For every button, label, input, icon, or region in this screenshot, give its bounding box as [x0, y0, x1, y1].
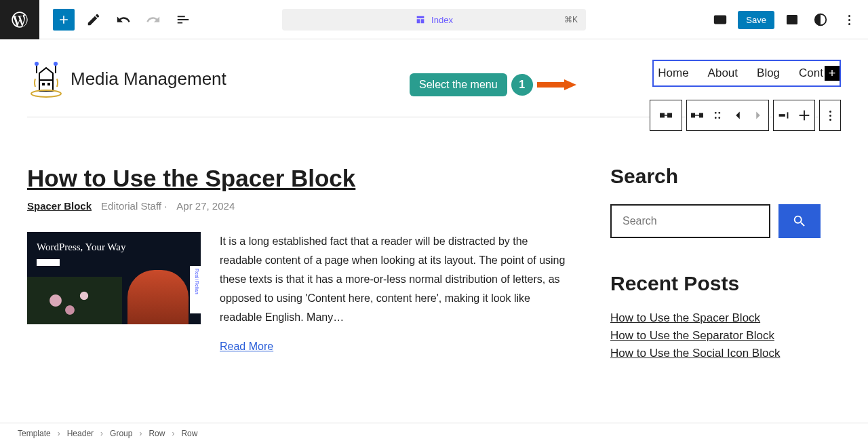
- svg-rect-11: [692, 113, 695, 117]
- breadcrumb-item[interactable]: Template: [18, 429, 51, 438]
- move-left-button[interactable]: [728, 100, 748, 131]
- template-name: Index: [431, 15, 453, 25]
- search-widget-title: Search: [610, 165, 821, 188]
- thumb-cta: [37, 259, 60, 266]
- post-body: WordPress, Your Way Reali Relian It is a…: [27, 232, 570, 353]
- svg-point-4: [35, 62, 39, 66]
- post-excerpt: It is a long established fact that a rea…: [220, 232, 570, 327]
- nav-item-about[interactable]: About: [704, 64, 753, 83]
- sidebar-column: Search Recent Posts How to Use the Space…: [610, 165, 821, 364]
- svg-rect-0: [715, 16, 726, 24]
- annotation: Select the menu 1: [410, 73, 578, 96]
- options-button[interactable]: [838, 9, 860, 31]
- wordpress-logo[interactable]: [0, 0, 39, 39]
- svg-rect-8: [47, 83, 50, 85]
- thumb-heading: WordPress, Your Way: [37, 242, 125, 253]
- svg-rect-18: [787, 112, 789, 118]
- post-author: Editorial Staff ·: [101, 200, 167, 212]
- add-block-button[interactable]: [53, 9, 75, 31]
- chevron-right-icon: ›: [172, 429, 174, 438]
- block-breadcrumb: Template › Header › Group › Row › Row: [0, 423, 868, 443]
- site-title[interactable]: Media Management: [71, 69, 226, 90]
- annotation-number: 1: [511, 74, 533, 96]
- editor-tools-right: Save: [709, 9, 860, 31]
- svg-point-14: [718, 112, 720, 114]
- justify-button[interactable]: [774, 100, 794, 131]
- editor-tools-left: [53, 9, 194, 31]
- view-button[interactable]: [709, 9, 731, 31]
- post-text: It is a long established fact that a rea…: [220, 232, 570, 353]
- block-toolbar: [650, 100, 841, 131]
- list-view-button[interactable]: [172, 9, 194, 31]
- post-thumbnail[interactable]: WordPress, Your Way Reali Relian: [27, 232, 201, 324]
- edit-tool-button[interactable]: [83, 9, 104, 31]
- svg-rect-1: [787, 16, 797, 24]
- navigation-menu[interactable]: Home About Blog Cont +: [652, 60, 841, 87]
- read-more-link[interactable]: Read More: [220, 341, 273, 353]
- move-right-button[interactable]: [748, 100, 768, 131]
- nav-add-button[interactable]: +: [825, 66, 840, 81]
- svg-point-5: [54, 62, 58, 66]
- undo-button[interactable]: [113, 9, 134, 31]
- shortcut-hint: ⌘K: [564, 15, 578, 24]
- svg-point-16: [718, 117, 720, 119]
- select-parent-button[interactable]: [687, 100, 707, 131]
- block-options-button[interactable]: [820, 100, 840, 131]
- recent-post-item[interactable]: How to Use the Social Icon Block: [610, 347, 821, 360]
- svg-rect-20: [800, 115, 810, 116]
- template-selector[interactable]: Index ⌘K: [282, 9, 586, 31]
- site-logo[interactable]: [27, 60, 65, 98]
- post-date: Apr 27, 2024: [176, 200, 235, 212]
- search-input[interactable]: [610, 204, 770, 238]
- recent-posts-title: Recent Posts: [610, 272, 821, 295]
- chevron-right-icon: ›: [139, 429, 142, 438]
- thumb-side-text: Reali Relian: [190, 266, 201, 313]
- editor-canvas: Media Management Home About Blog Cont + …: [0, 39, 868, 419]
- chevron-right-icon: ›: [100, 429, 103, 438]
- recent-posts-list: How to Use the Spacer Block How to Use t…: [610, 311, 821, 360]
- search-form: [610, 204, 821, 238]
- nav-item-home[interactable]: Home: [654, 64, 703, 83]
- drag-handle[interactable]: [707, 100, 728, 131]
- svg-rect-12: [700, 113, 703, 117]
- annotation-label: Select the menu: [410, 73, 507, 96]
- editor-topbar: Index ⌘K Save: [0, 0, 868, 39]
- svg-rect-10: [668, 113, 672, 117]
- site-brand: Media Management: [27, 60, 226, 98]
- recent-post-item[interactable]: How to Use the Separator Block: [610, 329, 821, 343]
- template-icon: [415, 14, 426, 25]
- thumb-image-1: [27, 277, 122, 324]
- post-title[interactable]: How to Use the Spacer Block: [27, 165, 570, 192]
- svg-rect-7: [42, 83, 45, 85]
- svg-point-13: [715, 112, 717, 114]
- chevron-right-icon: ›: [58, 429, 60, 438]
- thumb-image-2: [127, 270, 189, 324]
- svg-rect-3: [39, 80, 53, 91]
- annotation-arrow-icon: [537, 78, 578, 92]
- search-button[interactable]: [778, 204, 821, 238]
- nav-item-blog[interactable]: Blog: [753, 64, 795, 83]
- nav-item-contact[interactable]: Cont: [795, 64, 825, 83]
- recent-post-item[interactable]: How to Use the Spacer Block: [610, 311, 821, 325]
- block-type-button[interactable]: [650, 100, 682, 131]
- redo-button[interactable]: [142, 9, 164, 31]
- svg-rect-17: [779, 114, 785, 117]
- svg-rect-9: [660, 113, 665, 117]
- breadcrumb-item[interactable]: Row: [181, 429, 197, 438]
- svg-point-15: [715, 117, 717, 119]
- styles-button[interactable]: [810, 9, 831, 31]
- main-column: How to Use the Spacer Block Spacer Block…: [27, 165, 570, 364]
- post-category[interactable]: Spacer Block: [27, 200, 92, 212]
- breadcrumb-item[interactable]: Group: [110, 429, 132, 438]
- breadcrumb-item[interactable]: Header: [67, 429, 94, 438]
- breadcrumb-item[interactable]: Row: [149, 429, 165, 438]
- post-meta: Spacer Block Editorial Staff · Apr 27, 2…: [27, 200, 570, 212]
- align-button[interactable]: [794, 100, 814, 131]
- save-button[interactable]: Save: [738, 11, 774, 29]
- content-area: How to Use the Spacer Block Spacer Block…: [27, 165, 841, 364]
- sidebar-toggle-button[interactable]: [781, 9, 803, 31]
